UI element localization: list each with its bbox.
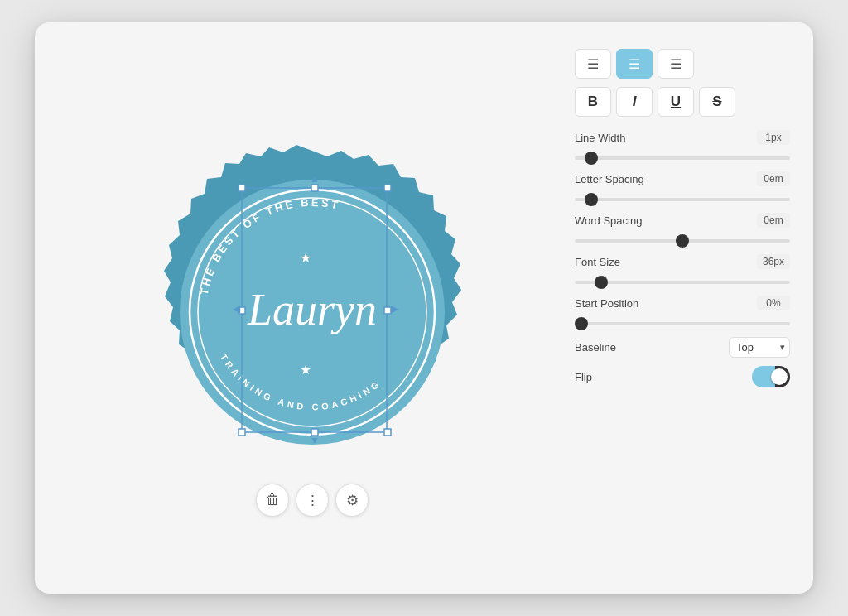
strikethrough-icon: S bbox=[712, 94, 721, 110]
baseline-select[interactable]: Top Bottom Middle bbox=[729, 337, 790, 358]
line-width-value: 1px bbox=[757, 130, 790, 145]
format-row: B I U S bbox=[575, 87, 790, 117]
font-size-group: Font Size 36px bbox=[575, 254, 790, 287]
underline-icon: U bbox=[671, 94, 681, 110]
start-position-label: Start Position bbox=[575, 297, 638, 310]
svg-rect-16 bbox=[384, 429, 391, 436]
word-spacing-value: 0em bbox=[757, 213, 790, 228]
svg-rect-9 bbox=[238, 185, 245, 191]
letter-spacing-value: 0em bbox=[757, 171, 790, 186]
badge-svg: THE BEST OF THE BEST ★ ★ Lauryn TRAINING… bbox=[113, 93, 511, 523]
options-button[interactable]: ⋮ bbox=[296, 484, 329, 517]
controls-panel: ☰ ☰ ☰ B I U S bbox=[566, 49, 790, 567]
flip-toggle[interactable] bbox=[752, 366, 790, 387]
line-width-slider[interactable] bbox=[575, 156, 790, 160]
start-position-group: Start Position 0% bbox=[575, 296, 790, 329]
svg-text:▶: ▶ bbox=[391, 303, 399, 315]
italic-icon: I bbox=[633, 94, 637, 110]
baseline-dropdown-wrapper: Top Bottom Middle bbox=[729, 337, 790, 358]
start-position-value: 0% bbox=[757, 296, 790, 310]
letter-spacing-label: Letter Spacing bbox=[575, 173, 644, 185]
flip-toggle-knob bbox=[771, 368, 788, 385]
svg-rect-10 bbox=[311, 185, 318, 191]
svg-text:▼: ▼ bbox=[310, 435, 320, 446]
align-row: ☰ ☰ ☰ bbox=[575, 49, 790, 79]
word-spacing-slider[interactable] bbox=[575, 239, 790, 243]
font-size-label: Font Size bbox=[575, 256, 620, 268]
baseline-label: Baseline bbox=[575, 341, 616, 354]
align-center-button[interactable]: ☰ bbox=[616, 49, 653, 79]
word-spacing-group: Word Spacing 0em bbox=[575, 213, 790, 246]
svg-text:▲: ▲ bbox=[310, 173, 320, 185]
svg-text:★: ★ bbox=[300, 363, 311, 377]
bold-button[interactable]: B bbox=[575, 87, 611, 117]
strikethrough-button[interactable]: S bbox=[699, 87, 735, 117]
badge-container: THE BEST OF THE BEST ★ ★ Lauryn TRAINING… bbox=[113, 76, 511, 540]
flip-row: Flip bbox=[575, 366, 790, 387]
start-position-slider[interactable] bbox=[575, 322, 790, 325]
font-size-value: 36px bbox=[757, 254, 790, 269]
word-spacing-label: Word Spacing bbox=[575, 214, 642, 227]
align-right-icon: ☰ bbox=[670, 56, 682, 72]
baseline-row: Baseline Top Bottom Middle bbox=[575, 337, 790, 358]
line-width-label: Line Width bbox=[575, 132, 625, 144]
letter-spacing-slider[interactable] bbox=[575, 198, 790, 201]
svg-text:★: ★ bbox=[300, 251, 311, 265]
svg-rect-14 bbox=[238, 429, 245, 436]
bottom-toolbar: 🗑 ⋮ ⚙ bbox=[256, 484, 369, 517]
align-right-button[interactable]: ☰ bbox=[658, 49, 694, 79]
svg-rect-11 bbox=[384, 185, 391, 191]
align-left-button[interactable]: ☰ bbox=[575, 49, 611, 79]
align-left-icon: ☰ bbox=[587, 56, 599, 72]
delete-button[interactable]: 🗑 bbox=[256, 484, 289, 517]
underline-button[interactable]: U bbox=[658, 87, 694, 117]
align-center-icon: ☰ bbox=[629, 56, 640, 72]
line-width-group: Line Width 1px bbox=[575, 130, 790, 163]
svg-text:Lauryn: Lauryn bbox=[247, 285, 377, 334]
flip-label: Flip bbox=[575, 371, 592, 383]
main-card: THE BEST OF THE BEST ★ ★ Lauryn TRAINING… bbox=[35, 22, 813, 594]
letter-spacing-group: Letter Spacing 0em bbox=[575, 171, 790, 205]
svg-text:◀: ◀ bbox=[233, 303, 241, 315]
italic-button[interactable]: I bbox=[616, 87, 653, 117]
settings-button[interactable]: ⚙ bbox=[335, 484, 369, 517]
font-size-slider[interactable] bbox=[575, 281, 790, 284]
bold-icon: B bbox=[588, 94, 598, 110]
canvas-area: THE BEST OF THE BEST ★ ★ Lauryn TRAINING… bbox=[58, 49, 566, 567]
flip-toggle-wrap bbox=[752, 366, 790, 387]
